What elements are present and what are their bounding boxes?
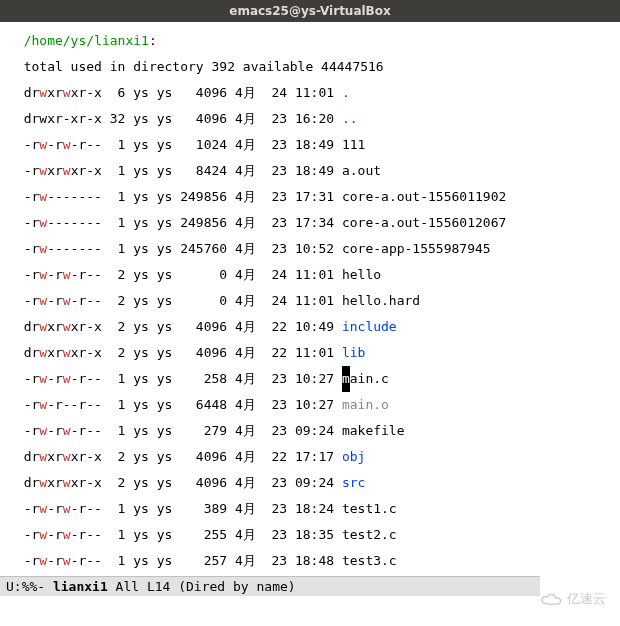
window-title-bar: emacs25@ys-VirtualBox (0, 0, 620, 22)
dired-row[interactable]: -rw-rw-r-- 1 ys ys 389 4月 23 18:24 test1… (8, 496, 620, 522)
dired-row[interactable]: drwxrwxr-x 6 ys ys 4096 4月 24 11:01 . (8, 80, 620, 106)
filename[interactable]: test3.c (342, 553, 397, 568)
dired-summary-line: total used in directory 392 available 44… (8, 54, 620, 80)
dired-buffer[interactable]: /home/ys/lianxi1: total used in director… (0, 22, 620, 600)
cloud-icon (541, 592, 563, 606)
dired-row[interactable]: -rwxrwxr-x 1 ys ys 8424 4月 23 18:49 a.ou… (8, 158, 620, 184)
dired-row[interactable]: -rw-rw-r-- 1 ys ys 255 4月 23 18:35 test2… (8, 522, 620, 548)
filename[interactable]: main.c (342, 371, 389, 386)
buffer-name: lianxi1 (53, 579, 108, 594)
window-title-text: emacs25@ys-VirtualBox (229, 4, 391, 18)
dired-row[interactable]: drwxrwxr-x 2 ys ys 4096 4月 22 11:01 lib (8, 340, 620, 366)
filename[interactable]: core-a.out-1556011902 (342, 189, 506, 204)
filename[interactable]: core-app-1555987945 (342, 241, 491, 256)
filename[interactable]: include (342, 319, 397, 334)
dired-row[interactable]: -rw------- 1 ys ys 249856 4月 23 17:31 co… (8, 184, 620, 210)
dired-row[interactable]: drwxrwxr-x 2 ys ys 4096 4月 22 17:17 obj (8, 444, 620, 470)
dired-row[interactable]: -rw-rw-r-- 2 ys ys 0 4月 24 11:01 hello.h… (8, 288, 620, 314)
filename[interactable]: main.o (342, 397, 389, 412)
dired-path-line: /home/ys/lianxi1: (8, 28, 620, 54)
dired-row[interactable]: drwxr-xr-x 32 ys ys 4096 4月 23 16:20 .. (8, 106, 620, 132)
filename[interactable]: obj (342, 449, 365, 464)
mode-line: U:%%- lianxi1 All L14 (Dired by name) (0, 576, 540, 596)
dired-row[interactable]: -rw------- 1 ys ys 249856 4月 23 17:34 co… (8, 210, 620, 236)
filename[interactable]: src (342, 475, 365, 490)
dired-row[interactable]: -rw-rw-r-- 1 ys ys 257 4月 23 18:48 test3… (8, 548, 620, 574)
filename[interactable]: core-a.out-1556012067 (342, 215, 506, 230)
filename[interactable]: test2.c (342, 527, 397, 542)
cursor: m (342, 366, 350, 392)
dired-row[interactable]: drwxrwxr-x 2 ys ys 4096 4月 22 10:49 incl… (8, 314, 620, 340)
filename[interactable]: test1.c (342, 501, 397, 516)
dired-row[interactable]: -rw-rw-r-- 1 ys ys 258 4月 23 10:27 main.… (8, 366, 620, 392)
filename[interactable]: hello.hard (342, 293, 420, 308)
minibuffer[interactable] (0, 600, 620, 620)
filename[interactable]: . (342, 85, 350, 100)
dired-row[interactable]: -rw------- 1 ys ys 245760 4月 23 10:52 co… (8, 236, 620, 262)
filename[interactable]: 111 (342, 137, 365, 152)
dired-row[interactable]: -rw-rw-r-- 1 ys ys 1024 4月 23 18:49 111 (8, 132, 620, 158)
dired-path: /home/ys/lianxi1 (24, 33, 149, 48)
filename[interactable]: .. (342, 111, 358, 126)
filename[interactable]: a.out (342, 163, 381, 178)
dired-row[interactable]: -rw-rw-r-- 1 ys ys 279 4月 23 09:24 makef… (8, 418, 620, 444)
dired-row[interactable]: drwxrwxr-x 2 ys ys 4096 4月 23 09:24 src (8, 470, 620, 496)
dired-row[interactable]: -rw-r--r-- 1 ys ys 6448 4月 23 10:27 main… (8, 392, 620, 418)
filename[interactable]: hello (342, 267, 381, 282)
filename[interactable]: makefile (342, 423, 405, 438)
filename[interactable]: lib (342, 345, 365, 360)
watermark: 亿速云 (541, 590, 606, 608)
dired-path-colon: : (149, 33, 157, 48)
dired-row[interactable]: -rw-rw-r-- 2 ys ys 0 4月 24 11:01 hello (8, 262, 620, 288)
